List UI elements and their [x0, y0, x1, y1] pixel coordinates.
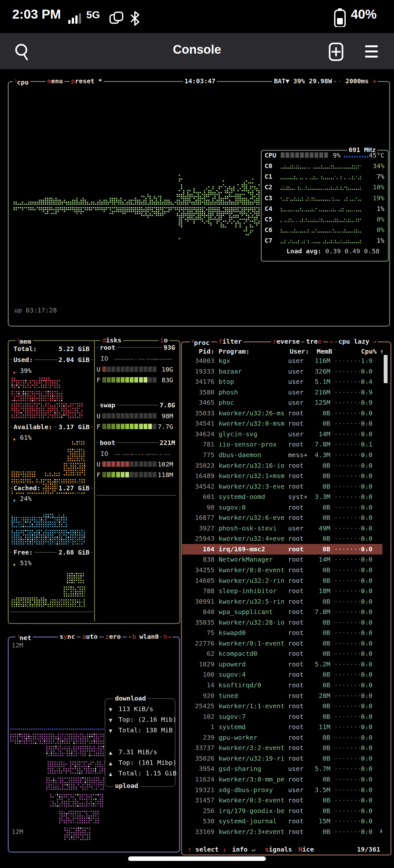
core-label: C1: [264, 172, 272, 181]
nice-key[interactable]: Nice: [297, 845, 315, 854]
table-row[interactable]: 100sugov:4root0B·········0.0: [182, 669, 388, 680]
proc-pid: 775: [182, 450, 215, 460]
table-row[interactable]: 35035kworker/u32:28-ioroot0B·········0.0: [182, 617, 388, 628]
bluetooth-icon: [130, 11, 140, 26]
col-cpu[interactable]: Cpu%: [351, 347, 376, 355]
sort-direction-icon[interactable]: ↑: [380, 347, 384, 355]
table-row[interactable]: 35026kworker/u32:19-riroot0B·········0.0: [182, 753, 388, 764]
table-row[interactable]: 33737kworker/3:2-eventroot0B·········0.0: [182, 743, 388, 753]
proc-program: irq/179-goodix-be: [219, 806, 285, 816]
proc-pid: 33169: [182, 827, 215, 837]
table-row[interactable]: 1029upowerdroot5.2M·········0.0: [182, 659, 388, 670]
table-row[interactable]: 34255kworker/0:0-eventroot0B·········0.0: [182, 565, 388, 576]
table-row[interactable]: 16489kworker/u32:1+msmroot0B·········0.0: [182, 471, 388, 481]
new-tab-icon[interactable]: [328, 42, 344, 61]
table-row[interactable]: 3927phosh-osk-steviuser49M·········0.0: [182, 523, 388, 534]
proc-program: phoc: [219, 397, 234, 408]
table-row[interactable]: 75kswapd0root0B·········0.0: [182, 627, 388, 638]
signals-key[interactable]: signals: [263, 845, 293, 854]
table-row[interactable]: 34542kworker/u32:3-everoot0B·········0.0: [182, 481, 388, 492]
proc-pid: 102: [182, 711, 215, 722]
table-row[interactable]: 31457kworker/0:3-eventroot0B·········0.0: [182, 795, 388, 806]
table-row[interactable]: 19333bazaaruser326M·········0.0: [182, 366, 388, 377]
menu-icon[interactable]: [363, 45, 380, 58]
prev-iface-button[interactable]: ←b: [127, 632, 138, 641]
tree-button[interactable]: tree: [305, 337, 323, 346]
cpu-box-title[interactable]: 1cpu: [13, 77, 30, 87]
table-row[interactable]: 838NetworkManagerroot14M·········0.0: [182, 554, 388, 565]
cpu-total-label: CPU: [264, 151, 276, 159]
proc-pid: 35033: [182, 408, 215, 418]
table-row[interactable]: 3580phoshuser216M·········0.9: [182, 387, 388, 398]
table-row[interactable]: 601systemd-oomdsyst+3.3M·········0.0: [182, 492, 388, 502]
menu-button[interactable]: menu: [46, 77, 64, 85]
select-keys[interactable]: ↑ select ↓: [186, 845, 228, 854]
interval-control[interactable]: - 2000ms +: [336, 77, 378, 85]
interval-minus-button[interactable]: -: [338, 77, 341, 85]
home-indicator[interactable]: [128, 857, 266, 861]
net-box-title[interactable]: 3net: [16, 632, 33, 642]
table-row[interactable]: 25425kworker/1:1-eventroot0B·········0.0: [182, 701, 388, 711]
scrollbar-thumb[interactable]: [384, 355, 388, 383]
table-row[interactable]: 1systemdroot11M·········0.0: [182, 722, 388, 732]
proc-pid: 16489: [182, 471, 215, 481]
table-row[interactable]: 775dbus-daemonmess+4.3M·········0.0: [182, 450, 388, 460]
scroll-down-icon[interactable]: ↓: [379, 826, 383, 835]
next-iface-button[interactable]: n→: [162, 632, 172, 641]
proc-box-title[interactable]: 4proc: [190, 337, 211, 347]
table-row[interactable]: 35023kworker/u32:16-ioroot0B·········0.0: [182, 460, 388, 471]
mem-box-title[interactable]: 2mem: [16, 336, 33, 346]
table-row[interactable]: 256irq/179-goodix-beroot0B·········0.0: [182, 806, 388, 816]
table-row[interactable]: 11624kworker/3:0-mm_peroot0B·········0.0: [182, 774, 388, 785]
sort-next-button[interactable]: →: [371, 337, 378, 346]
upload-title: upload: [113, 781, 140, 790]
table-row[interactable]: 35033kworker/u32:26-msroot0B·········0.0: [182, 408, 388, 418]
table-row[interactable]: 14ksoftirqd/0root0B·········0.0: [182, 680, 388, 690]
table-row[interactable]: 530systemd-journalroot15M·········0.0: [182, 816, 388, 827]
filter-button[interactable]: filter: [217, 337, 243, 346]
table-row[interactable]: 34003kgxuser116M·········1.9: [182, 355, 388, 366]
auto-button[interactable]: auto: [81, 632, 99, 641]
table-row[interactable]: 19321xdg-dbus-proxyuser3.5M·········0.0: [182, 785, 388, 795]
col-program[interactable]: Program:: [219, 347, 250, 355]
disk-name: boot: [98, 438, 116, 447]
proc-program: kworker/0:1-event: [219, 638, 285, 649]
table-row[interactable]: 30991kworker/u32:5-rinroot0B·········0.0: [182, 596, 388, 607]
interval-plus-button[interactable]: +: [372, 77, 376, 85]
sort-prev-button[interactable]: ←: [328, 337, 335, 346]
table-row[interactable]: 62kcompactd0root0B·········0.0: [182, 648, 388, 659]
signal-icon: [68, 13, 83, 24]
table-row[interactable]: 840wpa_supplicantroot7.8M·········0.0: [182, 607, 388, 617]
table-row[interactable]: 14605kworker/u32:2-rinroot0B·········0.0: [182, 576, 388, 586]
upload-arrow-icon: ▲: [109, 749, 112, 756]
table-row[interactable]: 33169kworker/2:3+eventroot0B·········0.0: [182, 827, 388, 837]
table-row[interactable]: 239gpu-workerroot0B·········0.0: [182, 732, 388, 743]
proc-cpu: 0.0: [347, 460, 372, 471]
reverse-button[interactable]: reverse: [271, 337, 301, 346]
sync-button[interactable]: sync: [58, 632, 77, 641]
proc-program: systemd-oomd: [219, 492, 265, 502]
preset-button[interactable]: preset *: [69, 77, 104, 85]
disk-meter: [102, 472, 158, 477]
col-mem[interactable]: MemB: [317, 347, 332, 355]
table-row[interactable]: 34541kworker/u32:0-msmroot0B·········0.0: [182, 418, 388, 429]
col-user[interactable]: User:: [290, 347, 309, 355]
table-row[interactable]: 98sugov:0root0B·········0.0: [182, 502, 388, 513]
table-row[interactable]: 164irq/169-mmc2root0B·········0.0: [182, 544, 388, 555]
table-row[interactable]: 788sleep-inhibitorroot18M·········0.0: [182, 586, 388, 596]
info-key[interactable]: info ↵: [230, 845, 257, 854]
table-row[interactable]: 22776kworker/0:1-eventroot0B·········0.0: [182, 638, 388, 649]
table-row[interactable]: 16877kworker/u32:6-everoot0B·········0.0: [182, 513, 388, 523]
zero-button[interactable]: zero: [104, 632, 122, 641]
col-pid[interactable]: Pid:: [182, 347, 215, 355]
table-row[interactable]: 34176btopuser5.1M·········0.4: [182, 376, 388, 387]
proc-program: sleep-inhibitor: [219, 586, 277, 596]
table-row[interactable]: 34624glycin-svguser14M·········0.0: [182, 429, 388, 439]
table-row[interactable]: 102sugov:7root0B·········0.0: [182, 711, 388, 722]
proc-cpu: 0.0: [347, 743, 372, 753]
table-row[interactable]: 25943kworker/u32:4+everoot0B·········0.0: [182, 533, 388, 544]
table-row[interactable]: 781iio-sensor-proxroot7.8M·········0.1: [182, 439, 388, 450]
table-row[interactable]: 3465phocuser125M·········0.9: [182, 397, 388, 408]
table-row[interactable]: 920tunedroot28M·········0.0: [182, 690, 388, 701]
table-row[interactable]: 3954gsd-sharinguser5.7M·········0.0: [182, 764, 388, 774]
